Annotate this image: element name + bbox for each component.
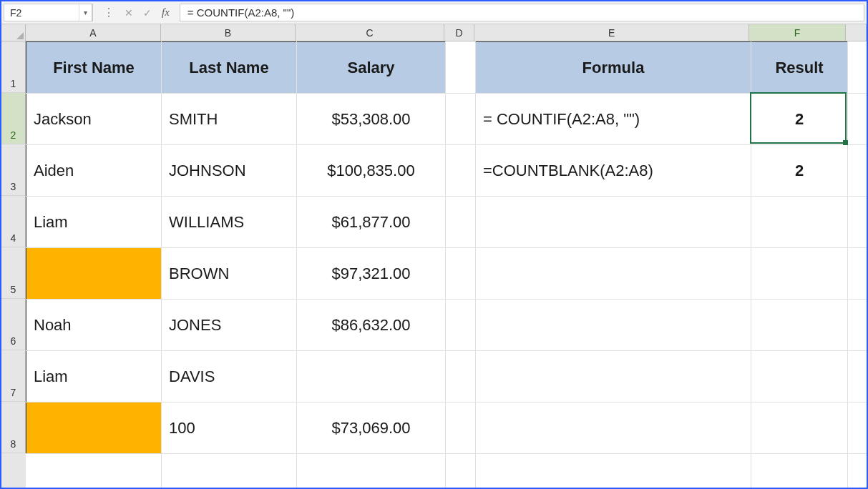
cell-formula[interactable]: = COUNTIF(A2:A8, "") [476,94,751,145]
cell-first-name[interactable]: Aiden [26,145,162,197]
cell-last-name[interactable]: WILLIAMS [162,197,297,248]
fx-icon[interactable]: fx [162,6,170,19]
cell-last-name[interactable]: JONES [162,300,297,351]
formulas-table: Formula Result = COUNTIF(A2:A8, "")2=COU… [475,41,848,197]
more-icon[interactable]: ⋮ [103,6,114,19]
cell-salary[interactable]: $61,877.00 [297,197,446,248]
table-header-row: First Name Last Name Salary [26,42,446,94]
table-row: BROWN$97,321.00 [26,248,446,300]
table-row: LiamWILLIAMS$61,877.00 [26,197,446,248]
cell-first-name[interactable]: Liam [26,197,162,248]
col-header-salary[interactable]: Salary [297,42,446,94]
formula-bar: F2 ▾ ⋮ ✕ ✓ fx = COUNTIF(A2:A8, "") [1,1,867,24]
select-all-corner[interactable] [1,24,26,41]
column-header-blank [846,24,867,41]
cells-area[interactable]: First Name Last Name Salary JacksonSMITH… [26,41,867,488]
column-header-B[interactable]: B [161,24,296,41]
table-row: =COUNTBLANK(A2:A8)2 [476,145,848,197]
column-headers: ABCDEF [26,24,867,41]
table-row: = COUNTIF(A2:A8, "")2 [476,94,848,145]
cell-salary[interactable]: $86,632.00 [297,300,446,351]
grid[interactable]: ABCDEF 12345678 First Name Last Name Sal… [1,24,867,488]
col-header-last-name[interactable]: Last Name [162,42,297,94]
table-row: LiamDAVIS [26,351,446,402]
column-header-A[interactable]: A [26,24,161,41]
row-header-1[interactable]: 1 [1,41,26,93]
cell-last-name[interactable]: JOHNSON [162,145,297,197]
column-header-F[interactable]: F [749,24,846,41]
row-header-6[interactable]: 6 [1,299,26,350]
cell-salary[interactable]: $53,308.00 [297,94,446,145]
cell-formula[interactable]: =COUNTBLANK(A2:A8) [476,145,751,197]
column-header-C[interactable]: C [296,24,444,41]
col-header-formula[interactable]: Formula [476,42,751,94]
cell-first-name[interactable] [26,402,162,454]
formula-input-text: = COUNTIF(A2:A8, "") [187,6,294,19]
row-header-5[interactable]: 5 [1,247,26,299]
table-row: 100$73,069.00 [26,402,446,454]
row-headers: 12345678 [1,41,26,488]
cell-salary[interactable]: $100,835.00 [297,145,446,197]
cell-last-name[interactable]: BROWN [162,248,297,300]
cell-salary[interactable]: $73,069.00 [297,402,446,454]
name-box-value: F2 [4,7,79,19]
col-header-result[interactable]: Result [751,42,848,94]
column-header-D[interactable]: D [444,24,474,41]
cell-first-name[interactable] [26,248,162,300]
cell-result[interactable]: 2 [751,145,848,197]
cell-first-name[interactable]: Noah [26,300,162,351]
cancel-icon[interactable]: ✕ [125,7,133,19]
formula-bar-buttons: ⋮ ✕ ✓ fx [93,1,180,24]
cell-salary[interactable] [297,351,446,402]
cell-salary[interactable]: $97,321.00 [297,248,446,300]
cell-first-name[interactable]: Jackson [26,94,162,145]
cell-last-name[interactable]: 100 [162,402,297,454]
table-header-row: Formula Result [476,42,848,94]
table-row: AidenJOHNSON$100,835.00 [26,145,446,197]
col-header-first-name[interactable]: First Name [26,42,162,94]
row-header-2[interactable]: 2 [1,93,26,144]
name-box-dropdown-icon[interactable]: ▾ [79,4,92,21]
table-row: JacksonSMITH$53,308.00 [26,94,446,145]
name-box[interactable]: F2 ▾ [4,4,92,21]
row-header-7[interactable]: 7 [1,350,26,402]
row-header-4[interactable]: 4 [1,196,26,247]
row-header-3[interactable]: 3 [1,144,26,196]
spreadsheet-window: F2 ▾ ⋮ ✕ ✓ fx = COUNTIF(A2:A8, "") ABCDE… [0,0,868,489]
cell-result[interactable]: 2 [751,94,848,145]
row-header-8[interactable]: 8 [1,402,26,453]
formula-input[interactable]: = COUNTIF(A2:A8, "") [180,4,864,21]
enter-icon[interactable]: ✓ [143,7,152,19]
cell-last-name[interactable]: SMITH [162,94,297,145]
table-row: NoahJONES$86,632.00 [26,300,446,351]
cell-first-name[interactable]: Liam [26,351,162,402]
cell-last-name[interactable]: DAVIS [162,351,297,402]
column-header-E[interactable]: E [474,24,749,41]
